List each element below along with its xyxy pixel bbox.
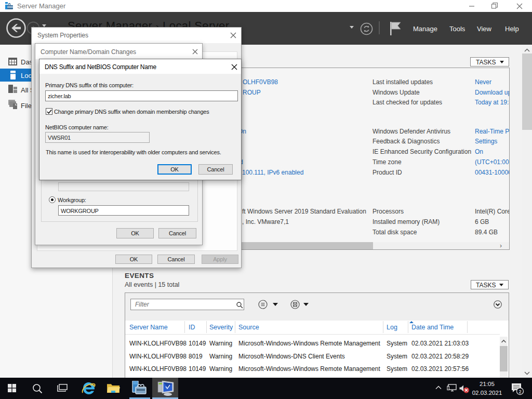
svg-text:2: 2 — [518, 389, 521, 394]
